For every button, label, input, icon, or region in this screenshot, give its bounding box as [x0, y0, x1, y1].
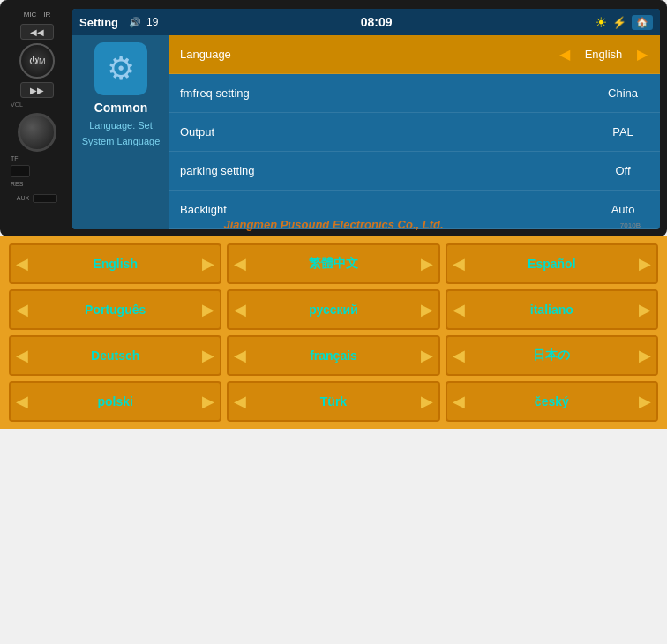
- lang-arrow-right-5: ▶: [639, 300, 651, 319]
- gear-icon: ⚙: [107, 50, 135, 87]
- lang-name-10: Türk: [253, 394, 413, 408]
- lang-arrow-left-0: ◀: [16, 254, 28, 273]
- setting-value-wrap-1: China: [596, 86, 649, 100]
- lang-name-1: 繁體中文: [253, 256, 413, 272]
- setting-label-3: parking setting: [180, 164, 596, 177]
- setting-row-0[interactable]: Language◀English▶: [169, 35, 660, 74]
- lang-name-11: český: [472, 394, 632, 408]
- lang-tile-4[interactable]: ◀русский▶: [227, 289, 439, 330]
- sidebar-item-language-set[interactable]: Language: Set: [89, 120, 153, 131]
- arrow-right-0[interactable]: ▶: [635, 46, 649, 63]
- lang-arrow-right-6: ▶: [202, 346, 214, 365]
- setting-label-4: Backlight: [180, 203, 596, 216]
- setting-value-wrap-4: Auto: [596, 203, 649, 216]
- screen: Setting 🔊 19 08:09 ☀ ⚡ 🏠 ⚙ Common Langua…: [72, 9, 660, 229]
- gear-icon-wrap: ⚙: [94, 42, 147, 95]
- volume-level: 19: [146, 16, 158, 28]
- lang-tile-0[interactable]: ◀English▶: [9, 243, 221, 284]
- lang-arrow-right-11: ▶: [639, 392, 651, 411]
- lang-arrow-right-1: ▶: [421, 254, 433, 273]
- status-icons: 🔊 19: [129, 16, 158, 28]
- lang-arrow-left-11: ◀: [453, 392, 465, 411]
- sidebar-category: Common: [94, 101, 148, 115]
- lang-name-0: English: [35, 257, 195, 271]
- home-button[interactable]: 🏠: [632, 15, 653, 30]
- main-content: ⚙ Common Language: Set System Language L…: [72, 35, 660, 229]
- lang-arrow-left-2: ◀: [453, 254, 465, 273]
- model-label: 7010B: [620, 221, 641, 229]
- setting-value-3: Off: [596, 164, 649, 177]
- lang-arrow-right-8: ▶: [639, 346, 651, 365]
- next-btn[interactable]: ▶▶: [20, 82, 54, 98]
- lang-arrow-left-3: ◀: [16, 300, 28, 319]
- settings-list: Language◀English▶fmfreq settingChinaOutp…: [169, 35, 660, 229]
- setting-row-2[interactable]: OutputPAL: [169, 113, 660, 152]
- res-label: RES: [11, 181, 23, 187]
- lang-arrow-left-5: ◀: [453, 300, 465, 319]
- vol-label: VOL: [11, 101, 23, 108]
- setting-value-1: China: [596, 86, 649, 100]
- lang-arrow-right-0: ▶: [202, 254, 214, 273]
- volume-icon: 🔊: [129, 17, 141, 28]
- lang-arrow-right-9: ▶: [202, 392, 214, 411]
- lang-arrow-right-2: ▶: [639, 254, 651, 273]
- lang-arrow-left-10: ◀: [234, 392, 246, 411]
- lang-tile-3[interactable]: ◀Português▶: [9, 289, 221, 330]
- brightness-icon: ☀: [595, 14, 607, 31]
- bluetooth-icon: ⚡: [612, 16, 626, 29]
- lang-arrow-right-4: ▶: [421, 300, 433, 319]
- status-time: 08:09: [361, 15, 393, 29]
- setting-value-wrap-3: Off: [596, 164, 649, 177]
- lang-tile-7[interactable]: ◀français▶: [227, 335, 439, 376]
- lang-tile-11[interactable]: ◀český▶: [446, 381, 658, 422]
- setting-row-1[interactable]: fmfreq settingChina: [169, 74, 660, 113]
- lang-name-9: polski: [35, 394, 195, 408]
- status-right: ☀ ⚡ 🏠: [595, 14, 653, 31]
- lang-name-2: Español: [472, 257, 632, 271]
- setting-label-0: Language: [180, 48, 558, 61]
- lang-name-8: 日本の: [472, 348, 632, 363]
- tf-res-area: TF RES: [7, 155, 67, 187]
- prev-btn[interactable]: ◀◀: [20, 24, 54, 40]
- om-button[interactable]: ⏻/M: [19, 43, 55, 79]
- lang-arrow-left-6: ◀: [16, 346, 28, 365]
- lang-arrow-left-9: ◀: [16, 392, 28, 411]
- aux-label: AUX: [17, 195, 29, 201]
- sidebar: ⚙ Common Language: Set System Language: [72, 35, 169, 229]
- mic-label: MIC: [24, 11, 37, 19]
- left-controls: MIC IR ◀◀ ⏻/M ▶▶ VOL TF RES AUX: [7, 9, 67, 229]
- setting-row-3[interactable]: parking settingOff: [169, 152, 660, 191]
- lang-tile-1[interactable]: ◀繁體中文▶: [227, 243, 439, 284]
- lang-grid: ◀English▶◀繁體中文▶◀Español▶◀Português▶◀русс…: [0, 236, 667, 429]
- lang-arrow-left-1: ◀: [234, 254, 246, 273]
- radio-unit: MIC IR ◀◀ ⏻/M ▶▶ VOL TF RES AUX Setting …: [0, 0, 667, 236]
- mic-ir-labels: MIC IR: [24, 11, 51, 19]
- lang-name-6: Deutsch: [35, 348, 195, 363]
- sidebar-item-system-language[interactable]: System Language: [82, 136, 161, 146]
- status-title: Setting: [79, 16, 118, 29]
- lang-tile-9[interactable]: ◀polski▶: [9, 381, 221, 422]
- lang-tile-5[interactable]: ◀italiano▶: [446, 289, 658, 330]
- lang-tile-2[interactable]: ◀Español▶: [446, 243, 658, 284]
- tf-label: TF: [11, 155, 19, 161]
- status-bar: Setting 🔊 19 08:09 ☀ ⚡ 🏠: [72, 9, 660, 35]
- lang-arrow-right-3: ▶: [202, 300, 214, 319]
- lang-name-3: Português: [35, 303, 195, 317]
- ir-label: IR: [43, 11, 50, 19]
- setting-row-4[interactable]: BacklightAuto: [169, 191, 660, 229]
- arrow-left-0[interactable]: ◀: [558, 46, 572, 63]
- volume-knob[interactable]: [18, 113, 56, 152]
- lang-name-4: русский: [253, 303, 413, 317]
- lang-arrow-right-10: ▶: [421, 392, 433, 411]
- lang-tile-6[interactable]: ◀Deutsch▶: [9, 335, 221, 376]
- setting-value-wrap-0: ◀English▶: [558, 46, 649, 63]
- lang-arrow-left-7: ◀: [234, 346, 246, 365]
- setting-label-1: fmfreq setting: [180, 86, 596, 100]
- lang-arrow-right-7: ▶: [421, 346, 433, 365]
- setting-label-2: Output: [180, 125, 596, 139]
- lang-tile-8[interactable]: ◀日本の▶: [446, 335, 658, 376]
- lang-name-5: italiano: [472, 303, 632, 317]
- aux-slot: [33, 194, 57, 203]
- setting-value-0: English: [577, 48, 630, 61]
- lang-tile-10[interactable]: ◀Türk▶: [227, 381, 439, 422]
